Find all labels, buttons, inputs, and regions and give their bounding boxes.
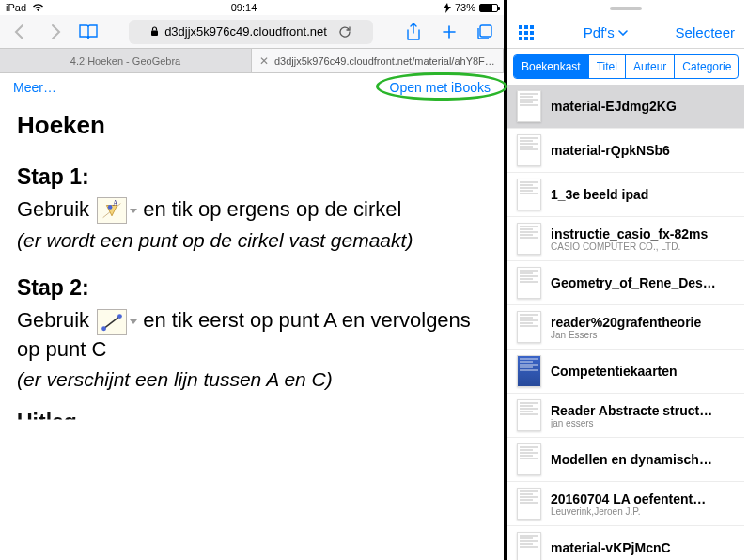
doc-info: material-rQpkNSb6 xyxy=(551,143,670,158)
wifi-icon xyxy=(32,3,44,12)
tabs-button[interactable] xyxy=(474,21,496,43)
tab-0[interactable]: 4.2 Hoeken - GeoGebra xyxy=(0,49,252,72)
step1-note: (er wordt een punt op de cirkel vast gem… xyxy=(17,227,487,253)
svg-line-4 xyxy=(104,316,120,328)
list-item[interactable]: material-vKPjMcnC xyxy=(507,526,744,560)
list-item[interactable]: 20160704 LA oefentent…Leuverink,Jeroen J… xyxy=(507,482,744,526)
doc-thumbnail xyxy=(517,311,541,343)
doc-thumbnail xyxy=(517,355,541,387)
doc-thumbnail xyxy=(517,134,541,166)
doc-subtitle: Jan Essers xyxy=(551,330,701,340)
doc-subtitle: jan essers xyxy=(551,418,712,428)
doc-title: 20160704 LA oefentent… xyxy=(551,491,706,506)
collection-label: Pdf's xyxy=(584,24,615,40)
uitleg-heading: Uitleg xyxy=(17,410,487,435)
list-item[interactable]: Competentiekaarten xyxy=(507,350,744,394)
doc-thumbnail xyxy=(517,488,541,520)
document-list[interactable]: material-EJdmg2KGmaterial-rQpkNSb61_3e b… xyxy=(507,85,744,560)
doc-title: instructie_casio_fx-82ms xyxy=(551,226,708,241)
dropdown-caret-icon xyxy=(130,319,137,324)
forward-button[interactable] xyxy=(45,21,68,43)
status-bar: iPad 09:14 73% xyxy=(0,0,504,15)
svg-rect-14 xyxy=(524,37,528,40)
doc-info: Geometry_of_Rene_Des… xyxy=(551,275,716,290)
svg-point-6 xyxy=(117,314,122,319)
svg-point-5 xyxy=(101,326,106,331)
collection-dropdown[interactable]: Pdf's xyxy=(584,24,628,40)
grabber[interactable] xyxy=(507,0,744,17)
address-bar[interactable]: d3djjx5k976c49.cloudfront.net xyxy=(129,20,373,44)
svg-rect-9 xyxy=(530,25,534,29)
select-button[interactable]: Selecteer xyxy=(676,24,735,40)
svg-text:A: A xyxy=(113,200,118,209)
step1-heading: Stap 1: xyxy=(17,164,487,190)
svg-point-2 xyxy=(108,205,113,210)
doc-title: material-EJdmg2KG xyxy=(551,99,677,114)
seg-categorie[interactable]: Categorie xyxy=(675,55,739,78)
step1-body: Gebruik A en tik op ergens op de cirkel xyxy=(17,195,487,224)
list-item[interactable]: material-rQpkNSb6 xyxy=(507,129,744,173)
list-item[interactable]: Geometry_of_Rene_Des… xyxy=(507,261,744,305)
svg-rect-1 xyxy=(480,25,491,37)
list-item[interactable]: instructie_casio_fx-82msCASIO COMPUTER C… xyxy=(507,217,744,261)
doc-thumbnail xyxy=(517,443,541,475)
list-item[interactable]: Reader Abstracte struct…jan essers xyxy=(507,394,744,438)
doc-info: 1_3e beeld ipad xyxy=(551,187,648,202)
doc-title: Modellen en dynamisch… xyxy=(551,452,712,467)
carrier-label: iPad xyxy=(6,2,26,13)
doc-title: reader%20grafentheorie xyxy=(551,315,701,330)
doc-thumbnail xyxy=(517,223,541,255)
chevron-down-icon xyxy=(618,30,628,36)
list-item[interactable]: material-EJdmg2KG xyxy=(507,85,744,129)
back-button[interactable] xyxy=(8,21,30,43)
seg-boekenkast[interactable]: Boekenkast xyxy=(514,55,589,78)
step2-heading: Stap 2: xyxy=(17,275,487,301)
doc-thumbnail xyxy=(517,399,541,431)
clock: 09:14 xyxy=(44,2,444,13)
doc-title: 1_3e beeld ipad xyxy=(551,187,648,202)
lock-icon xyxy=(150,26,159,37)
text: en tik op ergens op de cirkel xyxy=(137,197,401,221)
open-ibooks-link[interactable]: Open met iBooks xyxy=(390,80,491,95)
svg-rect-0 xyxy=(151,31,158,37)
svg-rect-15 xyxy=(530,37,534,40)
doc-subtitle: CASIO COMPUTER CO., LTD. xyxy=(551,241,708,252)
svg-rect-8 xyxy=(524,25,528,29)
list-item[interactable]: reader%20grafentheorieJan Essers xyxy=(507,305,744,350)
new-tab-button[interactable] xyxy=(438,21,460,43)
more-link[interactable]: Meer… xyxy=(13,80,56,95)
open-in-banner: Meer… Open met iBooks xyxy=(0,73,504,101)
doc-subtitle: Leuverink,Jeroen J.P. xyxy=(551,506,706,517)
grid-view-button[interactable] xyxy=(517,23,536,42)
doc-info: 20160704 LA oefentent…Leuverink,Jeroen J… xyxy=(551,491,706,517)
seg-auteur[interactable]: Auteur xyxy=(626,55,675,78)
doc-info: instructie_casio_fx-82msCASIO COMPUTER C… xyxy=(551,226,708,252)
tab-label: 4.2 Hoeken - GeoGebra xyxy=(70,55,180,67)
doc-info: reader%20grafentheorieJan Essers xyxy=(551,315,701,340)
list-item[interactable]: Modellen en dynamisch… xyxy=(507,438,744,482)
text: Gebruik xyxy=(17,197,95,221)
svg-rect-10 xyxy=(519,31,522,35)
sort-segmented-control[interactable]: Boekenkast Titel Auteur Categorie xyxy=(513,54,739,79)
doc-info: material-vKPjMcnC xyxy=(551,540,671,555)
list-item[interactable]: 1_3e beeld ipad xyxy=(507,173,744,217)
doc-thumbnail xyxy=(517,267,541,299)
seg-titel[interactable]: Titel xyxy=(589,55,626,78)
browser-toolbar: d3djjx5k976c49.cloudfront.net xyxy=(0,15,504,49)
close-tab-icon[interactable]: ✕ xyxy=(259,54,269,68)
share-button[interactable] xyxy=(402,21,425,43)
tab-strip: 4.2 Hoeken - GeoGebra ✕ d3djjx5k976c49.c… xyxy=(0,49,504,73)
tab-1[interactable]: ✕ d3djjx5k976c49.cloudfront.net/material… xyxy=(252,49,504,72)
reload-icon[interactable] xyxy=(338,25,351,39)
step2-body: Gebruik en tik eerst op punt A en vervol… xyxy=(17,306,487,363)
step2-note: (er verschijnt een lijn tussen A en C) xyxy=(17,366,487,392)
page-title: Hoeken xyxy=(17,111,487,140)
dropdown-caret-icon xyxy=(130,209,137,213)
svg-rect-13 xyxy=(519,37,522,40)
battery-pct: 73% xyxy=(455,2,475,13)
text: Gebruik xyxy=(17,308,95,332)
doc-thumbnail xyxy=(517,90,541,122)
bookmarks-button[interactable] xyxy=(77,21,100,43)
svg-rect-11 xyxy=(524,31,528,35)
document-content: Hoeken Stap 1: Gebruik A en tik op ergen… xyxy=(0,101,504,560)
